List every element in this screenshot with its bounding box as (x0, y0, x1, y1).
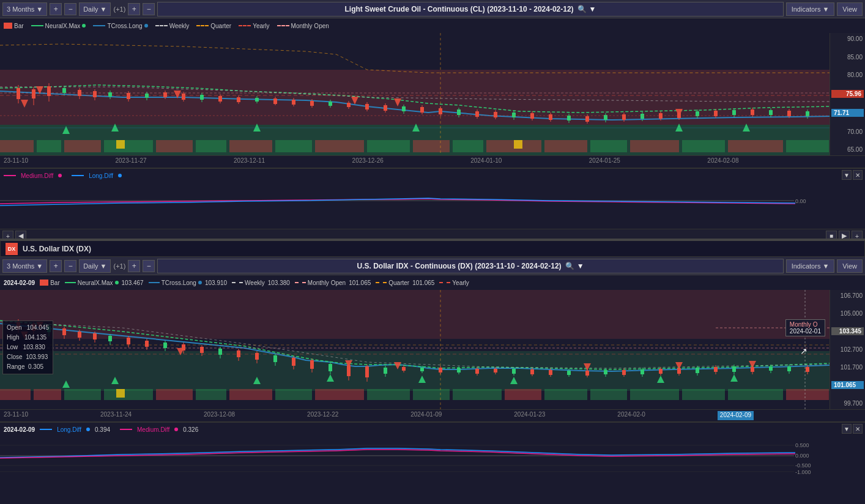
svg-rect-211 (439, 368, 442, 372)
svg-rect-153 (682, 389, 725, 400)
svg-rect-19 (682, 140, 725, 152)
legend-neuralx-2: NeuralX.Max 103.467 (65, 280, 144, 286)
svg-text:↗: ↗ (800, 346, 807, 356)
interval-dropdown-1[interactable]: Daily ▼ (79, 2, 111, 16)
dropdown-arrow-2: ▼ (36, 262, 43, 270)
search-icon-1[interactable]: 🔍 (577, 5, 587, 13)
legend-weekly-1: Weekly (155, 23, 190, 29)
svg-rect-179 (145, 341, 149, 347)
minus-btn-1[interactable]: − (64, 3, 76, 15)
legend-yearly-2: Yearly (439, 280, 469, 286)
svg-rect-199 (329, 364, 332, 371)
indicators-btn-2[interactable]: Indicators ▼ (786, 259, 835, 273)
osc-expand-btn-1[interactable]: ▼ (842, 170, 852, 180)
svg-rect-96 (512, 113, 516, 117)
mult-minus-1[interactable]: − (143, 3, 155, 15)
add-btn-2[interactable]: + (50, 260, 62, 272)
svg-text:-1.000: -1.000 (795, 469, 811, 475)
minus-btn-2[interactable]: − (64, 260, 76, 272)
add-btn-1[interactable]: + (50, 3, 62, 15)
legend-yearly-1: Yearly (239, 23, 269, 29)
svg-rect-23 (514, 140, 522, 149)
price-105: 105.000 (831, 310, 864, 317)
svg-rect-203 (365, 366, 369, 377)
svg-rect-74 (310, 101, 314, 106)
current-price-badge-1: 75.96 (831, 90, 864, 98)
crude-oil-panel: 3 Months ▼ + − Daily ▼ (+1) + − Light Sw… (0, 0, 865, 239)
svg-rect-76 (329, 102, 332, 106)
svg-rect-191 (255, 353, 259, 360)
svg-rect-82 (384, 105, 387, 111)
dollar-chart-area[interactable]: Open 104.045 High 104.135 Low 103.830 Cl… (0, 290, 865, 409)
legend-quarter-1: Quarter (196, 23, 231, 29)
timeframe-dropdown-2[interactable]: 3 Months ▼ (2, 259, 47, 273)
svg-rect-80 (365, 104, 369, 109)
svg-rect-215 (475, 369, 479, 374)
title-dropdown-1[interactable]: ▼ (589, 5, 596, 13)
oscillator-legend-1: Medium.Diff Long.Diff (0, 169, 865, 182)
dollar-time-axis: 23-11-10 2023-11-24 2023-12-08 2023-12-2… (0, 409, 865, 421)
svg-rect-181 (163, 343, 167, 348)
legend-tcross-2: TCross.Long 103.910 (149, 280, 227, 286)
svg-rect-152 (630, 389, 679, 400)
svg-rect-22 (116, 140, 125, 149)
svg-rect-139 (64, 389, 101, 400)
svg-rect-209 (420, 368, 424, 371)
indicators-btn-1[interactable]: Indicators ▼ (786, 2, 835, 16)
svg-rect-175 (108, 336, 112, 341)
crude-oil-price-axis: 90.00 85.00 80.00 75.96 71.71 70.00 65.0… (830, 33, 865, 155)
mult-add-1[interactable]: + (128, 3, 140, 15)
monthly-open-tooltip: Monthly O 2024-02-01 (785, 319, 825, 336)
legend-monthly-2: Monthly Open 101.065 (295, 280, 371, 286)
svg-rect-147 (413, 389, 450, 400)
long-diff-label-2: Long.Diff (57, 426, 81, 433)
svg-rect-231 (622, 370, 626, 375)
svg-rect-58 (163, 92, 167, 97)
chart-title-1: Light Sweet Crude Oil - Continuous (CL) … (157, 2, 783, 17)
svg-rect-136 (0, 351, 830, 391)
long-diff-label-1: Long.Diff (89, 172, 113, 179)
crude-oil-chart-area[interactable]: 90.00 85.00 80.00 75.96 71.71 70.00 65.0… (0, 33, 865, 155)
svg-rect-12 (367, 140, 410, 152)
svg-rect-219 (512, 369, 516, 374)
svg-rect-32 (47, 86, 51, 96)
svg-rect-3 (0, 140, 34, 152)
dropdown-arrow-1: ▼ (36, 6, 43, 13)
osc-close-btn-2[interactable]: ✕ (853, 424, 863, 434)
svg-rect-102 (567, 116, 571, 120)
svg-rect-10 (275, 140, 312, 152)
svg-text:0.000: 0.000 (795, 453, 809, 459)
svg-rect-141 (156, 389, 193, 400)
legend-monthly-open-1: Monthly Open (277, 23, 329, 29)
mult-add-2[interactable]: + (128, 260, 140, 272)
svg-rect-14 (453, 140, 483, 152)
svg-rect-94 (494, 112, 497, 117)
legend-neuralx-1: NeuralX.Max (31, 23, 86, 29)
interval-label-1: Daily (83, 6, 98, 13)
price-106: 106.700 (831, 292, 864, 299)
search-icon-2[interactable]: 🔍 (565, 262, 574, 270)
view-btn-1[interactable]: View (837, 2, 863, 16)
title-dropdown-2[interactable]: ▼ (577, 262, 584, 270)
legend-weekly-2: Weekly 103.380 (232, 280, 290, 286)
osc-close-btn-1[interactable]: ✕ (853, 170, 863, 180)
dollar-chart-svg: ↗ (0, 290, 830, 409)
mult-minus-2[interactable]: − (143, 260, 155, 272)
svg-rect-120 (732, 110, 736, 115)
svg-rect-4 (37, 140, 61, 152)
timeframe-dropdown-1[interactable]: 3 Months ▼ (2, 2, 47, 16)
svg-rect-30 (32, 89, 35, 98)
interval-dropdown-2[interactable]: Daily ▼ (79, 259, 111, 273)
crude-oil-toolbar: 3 Months ▼ + − Daily ▼ (+1) + − Light Sw… (0, 0, 865, 18)
osc-expand-btn-2[interactable]: ▼ (842, 424, 852, 434)
dollar-idx-panel: DX U.S. Dollar IDX (DX) 3 Months ▼ + − D… (0, 239, 865, 504)
svg-text:-0.500: -0.500 (795, 462, 811, 469)
svg-rect-104 (585, 116, 589, 122)
legend-quarter-2: Quarter 101.065 (376, 280, 434, 286)
timeframe-label-1: 3 Months (7, 6, 34, 13)
view-btn-2[interactable]: View (837, 259, 863, 273)
legend-tcross-1: TCross.Long (93, 23, 147, 29)
dollar-oscillator: 2024-02-09 Long.Diff 0.394 Medium.Diff 0… (0, 421, 865, 476)
dollar-toolbar: 3 Months ▼ + − Daily ▼ (+1) + − U.S. Dol… (0, 257, 865, 275)
svg-rect-64 (218, 96, 222, 102)
